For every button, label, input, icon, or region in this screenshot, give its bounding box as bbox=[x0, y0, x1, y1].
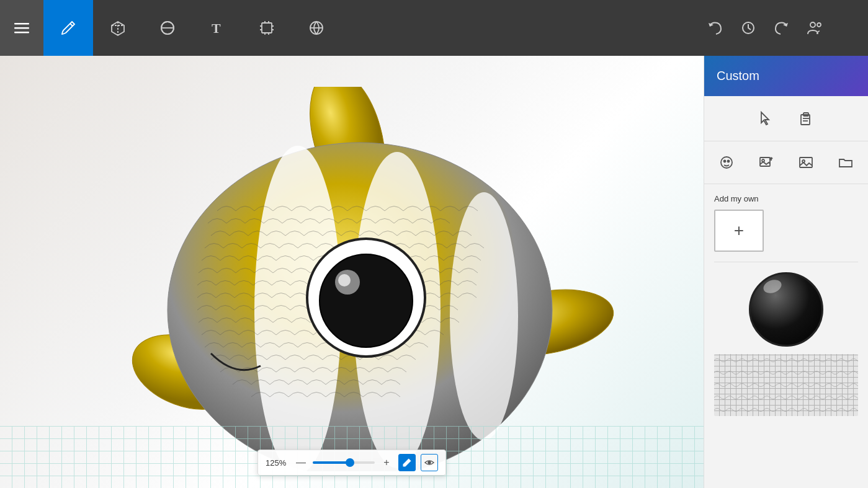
svg-point-13 bbox=[817, 23, 821, 27]
text-icon: T bbox=[208, 19, 226, 37]
right-panel: Custom bbox=[704, 56, 868, 488]
panel-header: Custom bbox=[704, 56, 868, 96]
toolbar-actions bbox=[699, 0, 868, 56]
svg-rect-1 bbox=[14, 27, 29, 29]
panel-title: Custom bbox=[717, 69, 759, 83]
svg-line-3 bbox=[70, 24, 73, 26]
brush-icon bbox=[60, 19, 77, 37]
image-icon bbox=[798, 154, 814, 171]
zoom-slider[interactable] bbox=[313, 461, 375, 464]
eye-icon bbox=[424, 458, 434, 468]
history-icon bbox=[740, 19, 757, 37]
panel-tools-row1 bbox=[704, 96, 868, 141]
add-custom-button[interactable]: + bbox=[714, 210, 764, 252]
zoom-slider-fill bbox=[313, 461, 350, 464]
svg-point-21 bbox=[450, 192, 518, 440]
sticker-tool-button[interactable] bbox=[714, 150, 739, 175]
tool-canvas[interactable] bbox=[242, 0, 292, 56]
paste-icon bbox=[798, 110, 814, 126]
tool-3d-shapes[interactable] bbox=[93, 0, 143, 56]
svg-point-25 bbox=[338, 274, 351, 286]
undo-button[interactable] bbox=[699, 0, 730, 56]
svg-rect-34 bbox=[760, 157, 770, 166]
panel-tools-row2 bbox=[704, 141, 868, 184]
zoom-out-button[interactable]: — bbox=[294, 456, 308, 469]
zoom-bar: 125% — + bbox=[257, 450, 446, 476]
paste-tool-button[interactable] bbox=[794, 106, 818, 131]
menu-button[interactable] bbox=[0, 0, 43, 56]
select-cursor-icon bbox=[758, 110, 774, 126]
remix-3d-button[interactable] bbox=[800, 0, 831, 56]
effects-icon bbox=[308, 19, 325, 37]
svg-point-33 bbox=[728, 161, 730, 162]
add-my-own-label: Add my own bbox=[714, 194, 858, 203]
sticker-scale-pattern bbox=[714, 354, 858, 416]
svg-rect-2 bbox=[14, 32, 29, 33]
sticker-item-pattern[interactable] bbox=[714, 354, 858, 416]
zoom-slider-thumb[interactable] bbox=[346, 458, 354, 467]
svg-point-26 bbox=[427, 461, 431, 464]
svg-point-12 bbox=[810, 22, 815, 27]
tool-text[interactable]: T bbox=[192, 0, 242, 56]
sticker-icon bbox=[718, 154, 735, 171]
hamburger-icon bbox=[14, 20, 29, 35]
fish-svg bbox=[62, 87, 620, 471]
folder-icon bbox=[838, 154, 854, 171]
select-tool-button[interactable] bbox=[754, 106, 779, 131]
canvas-icon bbox=[258, 19, 275, 37]
pencil-icon bbox=[402, 458, 412, 468]
panel-divider bbox=[714, 262, 858, 262]
folder-tool-button[interactable] bbox=[833, 150, 858, 175]
canvas-area[interactable]: 125% — + bbox=[0, 56, 704, 488]
zoom-pencil-button[interactable] bbox=[398, 454, 416, 471]
zoom-eye-button[interactable] bbox=[421, 454, 438, 471]
sticker-eye-circle bbox=[749, 272, 823, 347]
zoom-percent: 125% bbox=[266, 458, 289, 468]
undo-icon bbox=[706, 19, 723, 37]
photo-edit-tool-button[interactable] bbox=[754, 150, 779, 175]
panel-content: Add my own + bbox=[704, 184, 868, 488]
3d-shapes-icon bbox=[109, 19, 127, 37]
redo-button[interactable] bbox=[766, 0, 797, 56]
sticker-eye-shine bbox=[761, 277, 783, 295]
fish-canvas bbox=[62, 87, 620, 471]
sticker-wave-overlay bbox=[714, 354, 858, 416]
tool-2d-shapes[interactable] bbox=[143, 0, 192, 56]
tool-brush[interactable] bbox=[43, 0, 93, 56]
svg-point-23 bbox=[320, 254, 413, 347]
image-tool-button[interactable] bbox=[794, 150, 818, 175]
2d-shapes-icon bbox=[159, 19, 176, 37]
toolbar: T bbox=[0, 0, 868, 56]
redo-icon bbox=[773, 19, 790, 37]
svg-rect-0 bbox=[14, 23, 29, 25]
tool-effects[interactable] bbox=[292, 0, 341, 56]
photo-edit-icon bbox=[758, 154, 774, 171]
svg-rect-8 bbox=[262, 23, 272, 33]
svg-point-32 bbox=[724, 161, 726, 162]
sticker-item-eye[interactable] bbox=[714, 272, 858, 347]
svg-text:T: T bbox=[212, 20, 221, 36]
svg-rect-36 bbox=[800, 157, 812, 167]
zoom-in-button[interactable]: + bbox=[380, 456, 393, 469]
people-icon bbox=[807, 19, 824, 37]
history-button[interactable] bbox=[733, 0, 764, 56]
